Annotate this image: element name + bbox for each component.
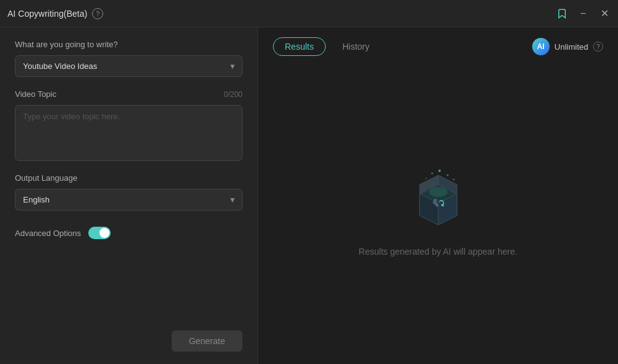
video-topic-label: Video Topic — [15, 89, 57, 99]
svg-point-3 — [453, 179, 454, 180]
left-panel: What are you going to write? Youtube Vid… — [0, 27, 258, 364]
output-language-label: Output Language — [15, 173, 242, 183]
video-topic-input[interactable] — [15, 105, 242, 161]
advanced-options-row: Advanced Options — [15, 227, 242, 239]
toggle-knob — [99, 228, 109, 238]
tabs: Results History — [273, 37, 381, 56]
right-header: Results History AI Unlimited ? — [273, 37, 603, 56]
write-type-label: What are you going to write? — [15, 40, 242, 49]
language-select[interactable]: English Spanish French German Chinese Ja… — [15, 189, 242, 211]
tab-results[interactable]: Results — [273, 37, 326, 56]
title-bar-right: − ✕ — [556, 7, 611, 20]
title-bar: AI Copywriting(Beta) ? − ✕ — [0, 0, 618, 27]
bookmark-icon[interactable] — [556, 7, 568, 20]
ai-avatar: AI — [532, 38, 550, 55]
minimize-button[interactable]: − — [577, 7, 589, 20]
video-topic-header: Video Topic 0/200 — [15, 89, 242, 99]
empty-state-text: Results generated by AI will appear here… — [359, 247, 517, 257]
svg-point-2 — [431, 173, 433, 175]
unlimited-info-icon[interactable]: ? — [593, 42, 603, 52]
unlimited-label: Unlimited — [555, 42, 588, 52]
write-type-select-wrapper: Youtube Video Ideas Blog Post Ad Copy Em… — [15, 55, 242, 77]
advanced-options-label: Advanced Options — [15, 229, 81, 238]
close-button[interactable]: ✕ — [598, 7, 611, 20]
app-title: AI Copywriting(Beta) — [7, 9, 87, 19]
char-count: 0/200 — [224, 90, 242, 99]
unlimited-section: AI Unlimited ? — [532, 38, 603, 55]
svg-point-0 — [438, 170, 441, 172]
language-select-wrapper: English Spanish French German Chinese Ja… — [15, 189, 242, 211]
box-illustration — [401, 166, 476, 234]
generate-button[interactable]: Generate — [172, 330, 242, 352]
empty-state: Results generated by AI will appear here… — [273, 68, 603, 354]
help-icon[interactable]: ? — [92, 8, 103, 19]
svg-point-4 — [425, 178, 427, 179]
title-bar-left: AI Copywriting(Beta) ? — [7, 8, 103, 19]
write-type-select[interactable]: Youtube Video Ideas Blog Post Ad Copy Em… — [15, 55, 242, 77]
right-panel: Results History AI Unlimited ? — [258, 27, 618, 364]
svg-point-6 — [429, 187, 448, 197]
generate-btn-wrapper: Generate — [172, 330, 242, 352]
main-container: What are you going to write? Youtube Vid… — [0, 27, 618, 364]
tab-history[interactable]: History — [331, 37, 382, 56]
svg-point-1 — [446, 175, 448, 176]
advanced-options-toggle[interactable] — [88, 227, 111, 239]
